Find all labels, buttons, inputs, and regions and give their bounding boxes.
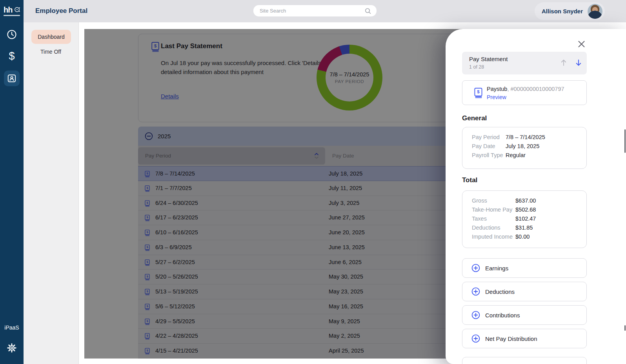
app-logo-text: hh (4, 5, 12, 14)
expand-plus-icon[interactable] (471, 264, 480, 272)
time-clock-nav-icon[interactable] (0, 29, 24, 40)
scrollbar-thumb[interactable] (624, 325, 626, 331)
detail-row: Deductions$31.85 (472, 225, 586, 231)
top-bar: Employee Portal Allison Snyder (24, 0, 626, 22)
preview-link[interactable]: Preview (487, 94, 506, 100)
sidebar-item-label: Dashboard (38, 34, 65, 40)
detail-label: Pay Date (472, 143, 506, 149)
sidebar-item-ipaas[interactable]: iPaaS (0, 324, 24, 331)
app-logo[interactable]: hh (0, 0, 24, 22)
detail-value: $102.47 (515, 216, 536, 222)
expand-plus-icon[interactable] (471, 287, 480, 296)
total-heading: Total (462, 176, 477, 184)
accordion-label: Net Pay Distribution (485, 335, 537, 342)
statement-pager: Pay Statement 1 of 28 (462, 52, 587, 74)
user-name: Allison Snyder (542, 8, 583, 14)
detail-value: $31.85 (515, 225, 533, 231)
accordion-contributions[interactable]: Contributions (462, 305, 587, 325)
accordion-label: Earnings (485, 265, 508, 272)
pager-title: Pay Statement (469, 56, 508, 62)
detail-label: Imputed Income (472, 234, 515, 240)
svg-text:$: $ (477, 89, 480, 94)
sidebar-item-label: Time Off (40, 49, 61, 55)
close-icon[interactable] (577, 39, 586, 49)
settings-gear-icon[interactable] (0, 342, 24, 353)
detail-row: Pay Period7/8 – 7/14/2025 (472, 134, 586, 140)
pager-position: 1 of 28 (469, 64, 484, 70)
sidebar-item-dashboard[interactable]: Dashboard (31, 30, 71, 44)
user-avatar (588, 4, 602, 19)
detail-value: $0.00 (515, 234, 530, 240)
total-card: Gross$637.00Take-Home Pay$502.68Taxes$10… (462, 190, 587, 248)
logo-clock-icon (14, 7, 20, 14)
accordion-earnings[interactable]: Earnings (462, 258, 587, 278)
logo-tagline (4, 15, 20, 16)
scrollbar-thumb[interactable] (624, 129, 626, 153)
detail-value: 7/8 – 7/14/2025 (506, 134, 545, 140)
detail-value: $637.00 (515, 197, 536, 204)
nav-rail: hh $ iPaaS (0, 0, 24, 364)
previous-statement-arrow-icon[interactable] (560, 58, 567, 69)
user-menu[interactable]: Allison Snyder (535, 2, 605, 20)
general-heading: General (462, 114, 487, 122)
sidebar: Dashboard Time Off (24, 22, 79, 364)
detail-row: Pay DateJuly 18, 2025 (472, 143, 586, 149)
paystub-icon: $ (473, 87, 483, 100)
detail-value: July 18, 2025 (506, 143, 539, 149)
accordion-net-pay-distribution[interactable]: Net Pay Distribution (462, 329, 587, 348)
detail-row: Payroll TypeRegular (472, 152, 586, 158)
detail-label: Take-Home Pay (472, 206, 515, 213)
accordion-label: Deductions (485, 288, 515, 295)
document-type: Paystub (487, 86, 507, 92)
detail-label: Gross (472, 197, 515, 204)
paystub-document-card: $ Paystub, #0000000010000797 Preview (462, 80, 587, 105)
detail-label: Taxes (472, 216, 515, 222)
search-icon[interactable] (364, 7, 372, 16)
document-title: Paystub, #0000000010000797 (487, 86, 564, 92)
detail-label: Deductions (472, 225, 515, 231)
detail-value: Regular (506, 152, 526, 158)
next-statement-arrow-icon[interactable] (575, 58, 582, 69)
detail-value: $502.68 (515, 206, 536, 213)
sidebar-item-time-off[interactable]: Time Off (40, 49, 61, 55)
expand-plus-icon[interactable] (471, 311, 480, 319)
employee-self-service-nav-icon[interactable] (4, 71, 20, 86)
expand-plus-icon[interactable] (471, 334, 480, 343)
detail-label: Payroll Type (472, 152, 506, 158)
detail-row: Take-Home Pay$502.68 (472, 206, 586, 213)
payroll-dollar-nav-icon[interactable]: $ (0, 50, 24, 62)
pay-statement-detail-panel: Pay Statement 1 of 28 $ Paystub, #000000… (446, 29, 626, 364)
accordion-partial[interactable] (462, 357, 587, 364)
search-input[interactable] (253, 5, 377, 16)
detail-row: Taxes$102.47 (472, 216, 586, 222)
detail-row: Gross$637.00 (472, 197, 586, 204)
detail-label: Pay Period (472, 134, 506, 140)
page-title: Employee Portal (35, 7, 87, 15)
accordion-deductions[interactable]: Deductions (462, 282, 587, 301)
document-number: , #0000000010000797 (507, 86, 564, 92)
detail-row: Imputed Income$0.00 (472, 234, 586, 240)
general-card: Pay Period7/8 – 7/14/2025Pay DateJuly 18… (462, 127, 587, 169)
accordion-label: Contributions (485, 312, 520, 319)
